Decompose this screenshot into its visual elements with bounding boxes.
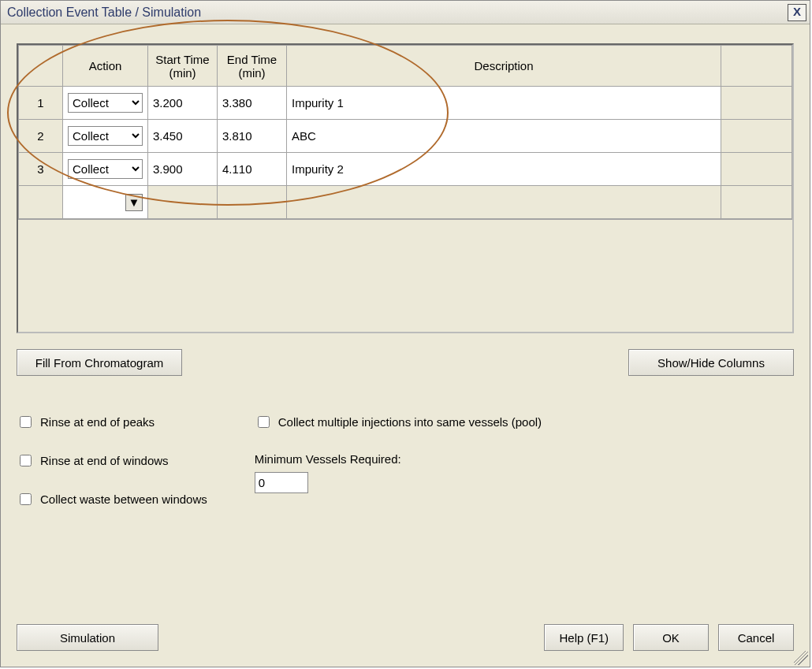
chevron-down-icon: ▼	[129, 195, 140, 209]
action-select[interactable]: Collect	[68, 126, 143, 146]
action-cell[interactable]: Collect	[63, 153, 148, 186]
end-time-cell[interactable]: 3.810	[218, 120, 287, 153]
header-description[interactable]: Description	[287, 46, 721, 87]
action-cell[interactable]: Collect	[63, 87, 148, 120]
action-select[interactable]: Collect	[68, 159, 143, 179]
rinse-windows-checkbox[interactable]	[20, 455, 32, 466]
cancel-button[interactable]: Cancel	[718, 624, 794, 651]
start-time-cell[interactable]: 3.450	[148, 120, 218, 153]
row-tail	[721, 120, 792, 153]
header-start[interactable]: Start Time (min)	[148, 46, 218, 87]
action-cell[interactable]: ▼	[63, 186, 148, 219]
options-area: Rinse at end of peaks Rinse at end of wi…	[17, 414, 794, 507]
footer-buttons: Simulation Help (F1) OK Cancel	[17, 624, 794, 651]
description-cell[interactable]: ABC	[287, 120, 721, 153]
description-cell	[287, 186, 721, 219]
end-time-cell[interactable]: 4.110	[218, 153, 287, 186]
row-tail	[721, 153, 792, 186]
titlebar: Collection Event Table / Simulation X	[1, 1, 810, 24]
start-time-cell	[148, 186, 218, 219]
footer-right-group: Help (F1) OK Cancel	[544, 624, 794, 651]
help-button[interactable]: Help (F1)	[544, 624, 624, 651]
start-time-cell[interactable]: 3.200	[148, 87, 218, 120]
collect-pool-label: Collect multiple injections into same ve…	[278, 415, 542, 429]
min-vessels-field: Minimum Vessels Required:	[255, 452, 542, 493]
options-left-column: Rinse at end of peaks Rinse at end of wi…	[17, 414, 207, 507]
rinse-peaks-label: Rinse at end of peaks	[40, 415, 155, 429]
description-cell[interactable]: Impurity 1	[287, 87, 721, 120]
rinse-peaks-checkbox[interactable]	[20, 416, 32, 428]
min-vessels-input[interactable]	[255, 472, 308, 493]
min-vessels-label: Minimum Vessels Required:	[255, 452, 542, 466]
table-row[interactable]: 1Collect3.2003.380Impurity 1	[19, 87, 792, 120]
fill-from-chromatogram-button[interactable]: Fill From Chromatogram	[17, 349, 182, 376]
rinse-windows-label: Rinse at end of windows	[40, 454, 169, 467]
event-grid: Action Start Time (min) End Time (min) D…	[18, 45, 792, 219]
row-tail	[721, 186, 792, 219]
rinse-peaks-checkbox-row[interactable]: Rinse at end of peaks	[17, 414, 207, 430]
show-hide-columns-button[interactable]: Show/Hide Columns	[628, 349, 794, 376]
collect-waste-checkbox[interactable]	[20, 493, 32, 505]
table-filler	[18, 219, 792, 332]
rinse-windows-checkbox-row[interactable]: Rinse at end of windows	[17, 452, 207, 469]
header-action[interactable]: Action	[63, 46, 148, 87]
row-number: 2	[19, 120, 63, 153]
description-cell[interactable]: Impurity 2	[287, 153, 721, 186]
ok-button[interactable]: OK	[633, 624, 709, 651]
event-table: Action Start Time (min) End Time (min) D…	[17, 43, 794, 333]
dropdown-button[interactable]: ▼	[125, 194, 143, 211]
start-time-cell[interactable]: 3.900	[148, 153, 218, 186]
end-time-cell[interactable]: 3.380	[218, 87, 287, 120]
action-cell[interactable]: Collect	[63, 120, 148, 153]
resize-grip[interactable]	[794, 651, 808, 665]
end-time-cell	[218, 186, 287, 219]
collect-pool-checkbox[interactable]	[258, 416, 270, 428]
collect-waste-label: Collect waste between windows	[40, 492, 207, 506]
window-title: Collection Event Table / Simulation	[7, 6, 201, 20]
simulation-button[interactable]: Simulation	[17, 624, 158, 651]
collect-pool-checkbox-row[interactable]: Collect multiple injections into same ve…	[255, 414, 542, 430]
table-row-empty[interactable]: ▼	[19, 186, 792, 219]
row-number	[19, 186, 63, 219]
content-area: Action Start Time (min) End Time (min) D…	[1, 24, 810, 667]
table-buttons-row: Fill From Chromatogram Show/Hide Columns	[17, 349, 794, 376]
row-number: 1	[19, 87, 63, 120]
table-row[interactable]: 3Collect3.9004.110Impurity 2	[19, 153, 792, 186]
close-button[interactable]: X	[788, 4, 806, 21]
options-right-column: Collect multiple injections into same ve…	[255, 414, 542, 507]
header-tail	[721, 46, 792, 87]
header-row: Action Start Time (min) End Time (min) D…	[19, 46, 792, 87]
dialog-window: Collection Event Table / Simulation X Ac…	[0, 0, 810, 667]
header-blank	[19, 46, 63, 87]
row-tail	[721, 87, 792, 120]
table-body: 1Collect3.2003.380Impurity 12Collect3.45…	[19, 87, 792, 219]
action-select[interactable]: Collect	[68, 93, 143, 113]
row-number: 3	[19, 153, 63, 186]
header-end[interactable]: End Time (min)	[218, 46, 287, 87]
close-icon: X	[793, 5, 801, 18]
table-row[interactable]: 2Collect3.4503.810ABC	[19, 120, 792, 153]
collect-waste-checkbox-row[interactable]: Collect waste between windows	[17, 491, 207, 507]
